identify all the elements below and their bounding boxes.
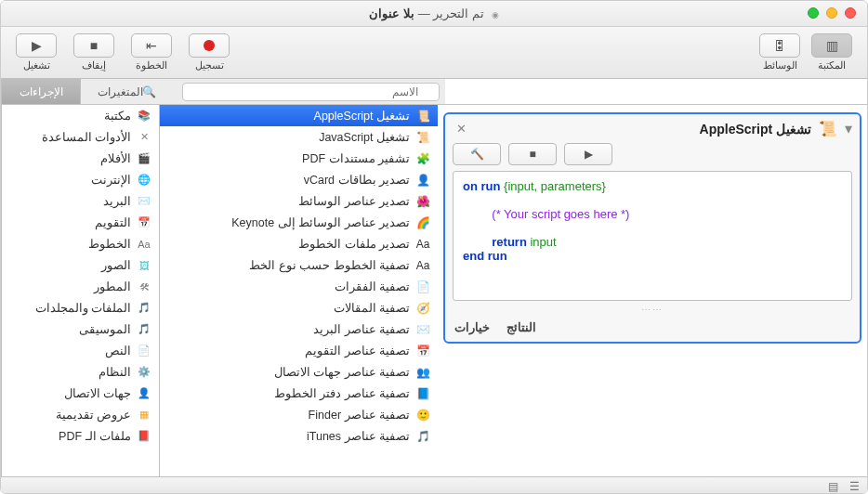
actions-list[interactable]: 📜تشغيل AppleScript📜تشغيل JavaScript🧩تشفي… <box>159 105 438 476</box>
category-label: التقويم <box>95 215 131 229</box>
library-toggle-button[interactable]: ▥ المكتبة <box>806 33 858 72</box>
category-item[interactable]: ✕الأدوات المساعدة <box>2 126 159 148</box>
script-stop-button[interactable]: ■ <box>508 143 557 165</box>
category-icon: 🖼 <box>137 258 151 273</box>
category-item[interactable]: 🌐الإنترنت <box>2 169 159 190</box>
action-icon: 👥 <box>415 365 430 380</box>
main-area: ▾ 📜 تشغيل AppleScript ✕ ▶ ■ 🔨 on run {in… <box>1 105 867 476</box>
action-icon: ✉️ <box>415 322 430 337</box>
action-item[interactable]: 🎵تصفية عناصر iTunes <box>160 425 438 447</box>
record-icon <box>189 33 230 58</box>
close-window-button[interactable] <box>845 7 856 19</box>
workflow-editor[interactable]: ▾ 📜 تشغيل AppleScript ✕ ▶ ■ 🔨 on run {in… <box>438 105 867 476</box>
run-button[interactable]: ▶ تشغيل <box>10 33 62 72</box>
disclosure-icon[interactable]: ▾ <box>845 120 852 137</box>
category-icon: 🌐 <box>137 173 151 188</box>
results-tab[interactable]: النتائج <box>506 320 536 334</box>
options-tab[interactable]: خيارات <box>454 320 490 334</box>
action-item[interactable]: 👤تصدير بطاقات vCard <box>160 169 438 190</box>
category-item[interactable]: 👤جهات الاتصال <box>2 383 159 404</box>
category-icon: 🎵 <box>137 301 151 316</box>
tab-actions[interactable]: الإجراءات <box>2 79 81 104</box>
categories-list[interactable]: 📚مكتبة✕الأدوات المساعدة🎬الأفلام🌐الإنترنت… <box>1 105 159 476</box>
category-label: المطور <box>94 280 131 293</box>
category-label: النص <box>105 344 131 358</box>
action-item[interactable]: 📜تشغيل AppleScript <box>160 105 438 126</box>
category-item[interactable]: ⚙️النظام <box>2 361 159 383</box>
category-label: الموسيقى <box>79 322 131 336</box>
action-icon: Aa <box>415 237 430 252</box>
action-label: تصفية الفقرات <box>335 280 410 293</box>
zoom-window-button[interactable] <box>808 7 819 19</box>
view-grid-icon[interactable]: ▤ <box>828 480 838 493</box>
category-item[interactable]: 🖼الصور <box>2 254 159 276</box>
script-editor[interactable]: on run {input, parameters} (* Your scrip… <box>453 171 852 301</box>
action-item[interactable]: 👥تصفية عناصر جهات الاتصال <box>160 361 438 383</box>
search-input[interactable] <box>182 83 440 101</box>
action-item[interactable]: 🌈تصدير عناصر الوسائط إلى Keynote <box>160 212 438 233</box>
action-card[interactable]: ▾ 📜 تشغيل AppleScript ✕ ▶ ■ 🔨 on run {in… <box>443 112 861 344</box>
action-label: تصدير بطاقات vCard <box>304 173 410 187</box>
search-field-wrap: 🔍 <box>159 79 445 104</box>
view-list-icon[interactable]: ☰ <box>849 480 860 493</box>
stop-button[interactable]: ■ إيقاف <box>68 33 120 72</box>
titlebar: تم التحرير — بلا عنوان <box>1 1 867 27</box>
action-icon: 🧭 <box>415 301 430 316</box>
category-item[interactable]: 📄النص <box>2 340 159 361</box>
action-item[interactable]: 🌺تصدير عناصر الوسائط <box>160 190 438 212</box>
edited-indicator-icon <box>488 6 499 20</box>
document-name: بلا عنوان <box>369 6 414 20</box>
action-item[interactable]: 📅تصفية عناصر التقويم <box>160 340 438 361</box>
action-label: تشغيل AppleScript <box>314 109 410 123</box>
category-icon: 👤 <box>137 386 151 401</box>
category-icon: Aa <box>137 237 151 252</box>
category-icon: 🎵 <box>137 322 151 337</box>
minimize-window-button[interactable] <box>826 7 837 19</box>
category-label: النظام <box>99 365 131 379</box>
action-title: تشغيل AppleScript <box>478 122 811 136</box>
action-item[interactable]: 📘تصفية عناصر دفتر الخطوط <box>160 383 438 404</box>
action-icon: 👤 <box>415 173 430 188</box>
action-label: تصدير ملفات الخطوط <box>298 237 410 251</box>
category-icon: ⚙️ <box>137 365 151 380</box>
category-label: الإنترنت <box>91 173 131 187</box>
script-compile-button[interactable]: 🔨 <box>453 143 501 165</box>
category-icon: ✕ <box>137 130 151 145</box>
category-icon: 🛠 <box>137 280 151 294</box>
category-item[interactable]: 🎬الأفلام <box>2 148 159 169</box>
category-label: جهات الاتصال <box>64 386 131 400</box>
category-item[interactable]: ✉️البريد <box>2 190 159 212</box>
action-item[interactable]: Aaتصدير ملفات الخطوط <box>160 233 438 254</box>
action-icon: 📅 <box>415 344 430 358</box>
action-item[interactable]: 📄تصفية الفقرات <box>160 276 438 297</box>
script-run-button[interactable]: ▶ <box>564 143 612 165</box>
action-label: تشغيل JavaScript <box>319 130 410 144</box>
media-button[interactable]: 🎛 الوسائط <box>754 33 806 72</box>
category-icon: 🎬 <box>137 151 151 166</box>
category-item[interactable]: 🛠المطور <box>2 276 159 297</box>
media-icon: 🎛 <box>759 33 800 58</box>
category-item[interactable]: 📕ملفات الـ PDF <box>2 425 159 447</box>
resize-grip-icon[interactable]: ⋯⋯ <box>453 305 852 315</box>
action-item[interactable]: ✉️تصفية عناصر البريد <box>160 318 438 340</box>
action-icon: 📜 <box>415 130 430 145</box>
action-icon: Aa <box>415 258 430 273</box>
action-item[interactable]: Aaتصفية الخطوط حسب نوع الخط <box>160 254 438 276</box>
category-item[interactable]: 📚مكتبة <box>2 105 159 126</box>
category-item[interactable]: 📅التقويم <box>2 212 159 233</box>
record-button[interactable]: تسجيل <box>183 33 235 72</box>
action-item[interactable]: 🙂تصفية عناصر Finder <box>160 404 438 425</box>
category-label: الملفات والمجلدات <box>35 301 131 315</box>
action-item[interactable]: 🧭تصفية المقالات <box>160 297 438 318</box>
category-item[interactable]: 🎵الموسيقى <box>2 318 159 340</box>
remove-action-button[interactable]: ✕ <box>453 122 470 136</box>
action-item[interactable]: 🧩تشفير مستندات PDF <box>160 148 438 169</box>
category-item[interactable]: Aaالخطوط <box>2 233 159 254</box>
action-label: تصفية عناصر جهات الاتصال <box>274 365 410 379</box>
category-item[interactable]: ▦عروض تقديمية <box>2 404 159 425</box>
action-item[interactable]: 📜تشغيل JavaScript <box>160 126 438 148</box>
action-icon: 📘 <box>415 386 430 401</box>
category-label: عروض تقديمية <box>56 408 131 422</box>
category-item[interactable]: 🎵الملفات والمجلدات <box>2 297 159 318</box>
step-button[interactable]: ⇤ الخطوة <box>125 33 178 72</box>
